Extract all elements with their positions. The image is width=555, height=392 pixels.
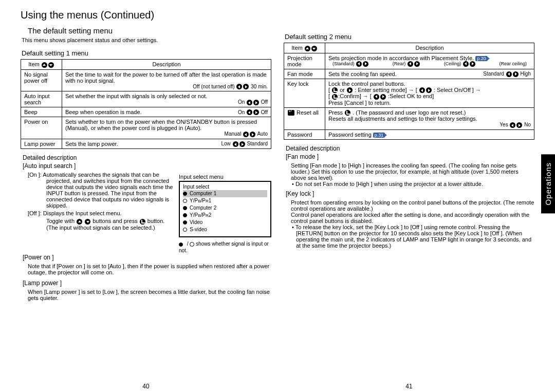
table-row: Projection mode Sets projection mode in … [284, 53, 534, 69]
right-icon [243, 84, 249, 89]
list-item: Video [183, 219, 267, 226]
up-icon [42, 62, 47, 68]
page-number: 41 [405, 383, 412, 390]
table-row: Auto input search Set whether the input … [21, 91, 271, 107]
table-row: Password Password setting p.31 [284, 130, 534, 140]
auto-input-text: [On ]: Automatically searches the signal… [21, 172, 174, 232]
table-row: Reset all Press . (The password and user… [284, 107, 534, 129]
section-heading: The default setting menu [28, 26, 271, 35]
enter-icon [140, 219, 145, 225]
list-item: Y/PB/PR 1 [183, 197, 267, 204]
intro-text: This menu shows placement status and oth… [22, 37, 271, 43]
th-item: Item [21, 60, 62, 70]
down-icon [85, 219, 90, 225]
subsection-heading: Default setting 1 menu [22, 49, 271, 57]
key-lock-text: Protect from operating errors by locking… [284, 199, 534, 212]
down-icon [311, 46, 317, 51]
power-on-text: Note that if [Power on ] is set to [Auto… [21, 263, 271, 275]
list-item: Y/PB/PR 2 [183, 212, 267, 219]
return-icon [288, 110, 294, 116]
th-item: Item [284, 43, 325, 53]
enter-icon [332, 87, 338, 93]
table-row: Lamp power Sets the lamp power.Low Stand… [21, 139, 271, 149]
table-row: Power on Sets whether to turn on the pow… [21, 117, 271, 139]
input-select-menu: Input select menu Input select Computer … [179, 172, 271, 254]
settings-table-1: Item Description No signal power off Set… [21, 59, 271, 149]
list-item: Computer 2 [183, 204, 267, 212]
down-icon [48, 62, 54, 68]
subsection-heading: Default setting 2 menu [285, 33, 534, 41]
key-lock-heading: [Key lock ] [286, 190, 534, 197]
page-ref-badge: p.31 [373, 133, 385, 138]
power-on-heading: [Power on ] [23, 254, 271, 261]
dot-icon [183, 199, 187, 203]
dot-filled-icon [183, 192, 187, 196]
detailed-description-title: Detailed description [286, 145, 534, 152]
list-item: S-video [183, 226, 267, 233]
page-left: Using the menus (Continued) The default … [14, 9, 278, 392]
auto-input-heading: [Auto input search ] [23, 162, 271, 170]
table-row: Key lock Lock the control panel buttons.… [284, 79, 534, 107]
page-number: 40 [142, 383, 149, 390]
list-item: Computer 1 [183, 190, 267, 197]
page-right: Default setting 2 menu Item Description … [278, 9, 541, 392]
page-heading: Using the menus (Continued) [21, 9, 271, 21]
th-desc: Description [325, 43, 534, 53]
menu-note: / shows whether signal is input or not. [179, 240, 271, 254]
detailed-description-title: Detailed description [23, 154, 271, 161]
key-lock-bullet: • To release the key lock, set the [Key … [284, 224, 534, 249]
fan-mode-heading: [Fan mode ] [286, 153, 534, 160]
fan-mode-bullet: • Do not set Fan mode to [High ] when us… [284, 181, 534, 187]
lamp-power-text: When [Lamp power ] is set to [Low ], the… [21, 289, 271, 301]
table-row: No signal power off Set the time to wait… [21, 69, 271, 91]
th-desc: Description [62, 60, 271, 70]
section-tab: Operations [541, 154, 555, 213]
lamp-power-heading: [Lamp power ] [23, 279, 271, 287]
key-lock-text: Control panel operations are locked afte… [284, 212, 534, 224]
enter-icon [345, 110, 350, 116]
fan-mode-text: Setting [Fan mode ] to [High ] increases… [284, 162, 534, 181]
up-icon [305, 46, 310, 51]
table-row: Fan mode Sets the cooling fan speed.Stan… [284, 69, 534, 79]
up-icon [77, 219, 82, 225]
left-icon [236, 84, 242, 89]
table-row: Beep Beep when operation is made.On Off [21, 107, 271, 117]
settings-table-2: Item Description Projection mode Sets pr… [284, 43, 534, 140]
page-ref-badge: p.20 [475, 56, 488, 61]
